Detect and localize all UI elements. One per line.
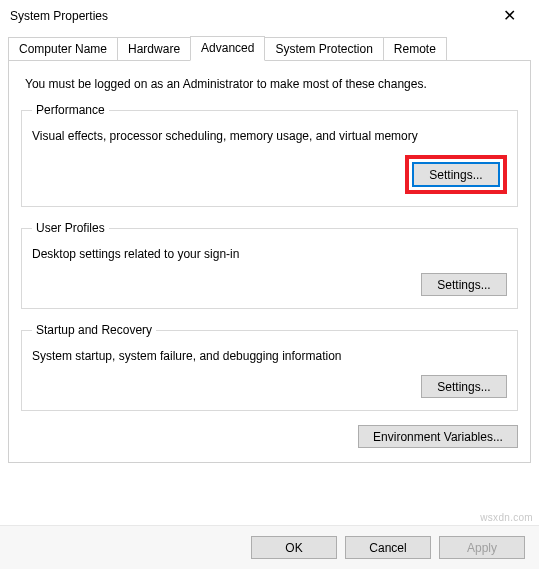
- group-startup-recovery: Startup and Recovery System startup, sys…: [21, 323, 518, 411]
- ok-button[interactable]: OK: [251, 536, 337, 559]
- group-performance-legend: Performance: [32, 103, 109, 117]
- group-performance-desc: Visual effects, processor scheduling, me…: [32, 129, 507, 143]
- tab-advanced[interactable]: Advanced: [190, 36, 265, 61]
- user-profiles-settings-button[interactable]: Settings...: [421, 273, 507, 296]
- close-icon[interactable]: ✕: [489, 6, 529, 26]
- tab-panel-advanced: You must be logged on as an Administrato…: [8, 60, 531, 463]
- watermark: wsxdn.com: [480, 512, 533, 523]
- group-user-profiles-legend: User Profiles: [32, 221, 109, 235]
- tab-strip: Computer Name Hardware Advanced System P…: [8, 36, 531, 60]
- group-user-profiles: User Profiles Desktop settings related t…: [21, 221, 518, 309]
- tab-hardware[interactable]: Hardware: [117, 37, 191, 60]
- group-startup-recovery-legend: Startup and Recovery: [32, 323, 156, 337]
- highlight-red-box: Settings...: [405, 155, 507, 194]
- environment-variables-button[interactable]: Environment Variables...: [358, 425, 518, 448]
- tab-computer-name[interactable]: Computer Name: [8, 37, 118, 60]
- tab-system-protection[interactable]: System Protection: [264, 37, 383, 60]
- apply-button[interactable]: Apply: [439, 536, 525, 559]
- group-startup-recovery-desc: System startup, system failure, and debu…: [32, 349, 507, 363]
- dialog-footer: OK Cancel Apply: [0, 525, 539, 569]
- dialog-body: Computer Name Hardware Advanced System P…: [0, 32, 539, 463]
- startup-recovery-settings-button[interactable]: Settings...: [421, 375, 507, 398]
- titlebar: System Properties ✕: [0, 0, 539, 32]
- tab-remote[interactable]: Remote: [383, 37, 447, 60]
- cancel-button[interactable]: Cancel: [345, 536, 431, 559]
- group-user-profiles-desc: Desktop settings related to your sign-in: [32, 247, 507, 261]
- group-performance: Performance Visual effects, processor sc…: [21, 103, 518, 207]
- admin-notice: You must be logged on as an Administrato…: [25, 77, 514, 91]
- performance-settings-button[interactable]: Settings...: [413, 163, 499, 186]
- window-title: System Properties: [10, 9, 108, 23]
